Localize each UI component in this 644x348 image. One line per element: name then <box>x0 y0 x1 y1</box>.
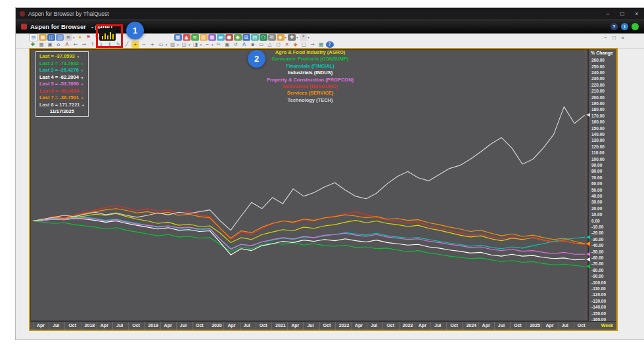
calendar-icon[interactable]: ▤ <box>251 34 259 41</box>
rectangle-tool-icon[interactable]: ▭ <box>258 41 265 48</box>
dropdown-caret-icon[interactable]: ▾ <box>73 35 75 39</box>
maximize-button[interactable]: □ <box>615 11 630 17</box>
dropdown-caret-icon[interactable]: ▾ <box>200 43 202 47</box>
app-icon <box>20 11 25 16</box>
legend-marker-icon: ◄ <box>80 96 83 100</box>
arrow-left-icon[interactable]: ← <box>72 41 80 48</box>
app-window: Aspen for Browser by ThaiQuest − □ × Asp… <box>16 8 644 339</box>
callout-tool-icon[interactable]: ▪ <box>249 41 257 48</box>
grid-icon[interactable]: ▦ <box>37 41 45 48</box>
mdi-window-controls: − □ × <box>601 35 627 41</box>
series-legend-item: Agro & Food Industry (AGRO) <box>179 49 442 56</box>
status-badge-icon <box>632 23 639 30</box>
crosshair-icon[interactable]: + <box>131 41 139 48</box>
candle-chart-icon[interactable]: ◫ <box>180 41 188 48</box>
dropdown-caret-icon[interactable]: ▾ <box>189 43 191 47</box>
add-icon[interactable]: ✚ <box>29 41 37 48</box>
panel-icon[interactable]: ▢ <box>300 41 308 48</box>
legend-marker-icon: ◄ <box>80 68 83 72</box>
font-icon[interactable]: A <box>63 41 71 48</box>
help-badge-icon[interactable]: ? <box>610 23 618 30</box>
new-document-icon[interactable]: ▤ <box>29 33 38 41</box>
alert-icon[interactable]: ● <box>225 34 233 41</box>
news-window-icon[interactable]: ≡ <box>191 34 199 41</box>
last-value-row: Last 5 = -53.7890 ◄ <box>39 81 85 88</box>
trend-line-icon[interactable]: ╱ <box>123 41 131 48</box>
delete-icon[interactable]: × <box>283 41 291 48</box>
save-all-icon[interactable]: ◫ <box>56 34 64 41</box>
settings-icon[interactable]: * <box>300 34 308 41</box>
help-icon[interactable]: ? <box>326 41 334 48</box>
series-legend-item: Financials (FINCIAL) <box>179 63 442 70</box>
calculator-icon[interactable]: ⊞ <box>242 34 250 41</box>
triangle-tool-icon[interactable]: △ <box>266 41 274 48</box>
undo-icon[interactable]: ↺ <box>232 41 240 48</box>
series-legend-item: Industrials (INDUS) <box>179 70 442 76</box>
series-legend: Agro & Food Industry (AGRO)Consumer Prod… <box>179 49 442 104</box>
cursor-date: 11/17/2025 <box>39 108 85 115</box>
world-icon[interactable]: ○ <box>260 34 267 41</box>
legend-marker-icon: ◄ <box>81 103 85 107</box>
legend-marker-icon: ◄ <box>80 76 83 79</box>
text-tool-icon[interactable]: A <box>241 41 248 48</box>
bar-chart-icon[interactable]: ▥ <box>169 41 177 48</box>
annotation-callout-1: 1 <box>126 22 144 39</box>
close-button[interactable]: × <box>630 11 644 17</box>
dropdown-caret-icon[interactable]: ▾ <box>166 43 168 47</box>
open-folder-icon[interactable]: ▦ <box>39 34 47 41</box>
dropdown-caret-icon[interactable]: ▾ <box>177 43 179 47</box>
portfolio-icon[interactable]: ◆ <box>234 34 242 41</box>
line-chart-icon[interactable]: ◨ <box>192 41 200 48</box>
layout-icon[interactable]: ▣ <box>46 41 54 48</box>
minimize-button[interactable]: − <box>601 11 615 17</box>
legend-marker-icon: ◄ <box>80 82 83 86</box>
arrow-right-icon[interactable]: → <box>80 41 88 48</box>
chart-window-icon[interactable]: ▲ <box>183 34 191 41</box>
mdi-restore-button[interactable]: □ <box>610 35 618 41</box>
series-line-TECH <box>33 107 585 230</box>
favorite-star-icon[interactable]: ★ <box>76 34 84 41</box>
last-value-row: Last 6 = -38.4034 ◄ <box>39 88 85 95</box>
desktop: Aspen for Browser by ThaiQuest − □ × Asp… <box>0 0 644 348</box>
chart-tool-icon[interactable] <box>99 28 116 41</box>
study-icon[interactable]: ~ <box>203 41 211 48</box>
bookmark-flag-icon[interactable]: ⚑ <box>85 34 93 41</box>
series-legend-item: Services (SERVICE) <box>179 90 442 97</box>
tools-icon[interactable]: ✚ <box>288 34 296 41</box>
home-icon[interactable]: ⌂ <box>55 41 62 48</box>
zoom-in-icon[interactable]: + <box>149 41 156 48</box>
print-icon[interactable]: ≡ <box>64 34 72 41</box>
flame-icon[interactable]: ◆ <box>292 41 300 48</box>
last-value-row: Last 3 = -26.4276 ◄ <box>39 67 85 74</box>
quote-grid-icon[interactable]: ▦ <box>174 34 182 41</box>
titlebar: Aspen for Browser by ThaiQuest − □ × <box>16 8 644 19</box>
save-icon[interactable]: ◫ <box>47 34 55 41</box>
chart-widget: % Change 260.00250.00240.00230.00220.002… <box>29 48 618 331</box>
mdi-minimize-button[interactable]: − <box>601 35 610 41</box>
option-board-icon[interactable]: ▥ <box>200 34 208 41</box>
dropdown-caret-icon[interactable]: ▾ <box>296 35 298 39</box>
info-badge-icon[interactable]: i <box>621 23 628 30</box>
bell-icon[interactable]: ◆ <box>277 34 285 41</box>
ticker-icon[interactable]: ▬ <box>217 34 225 41</box>
cut-icon[interactable]: ✂ <box>215 41 223 48</box>
copy-icon[interactable]: ▣ <box>223 41 231 48</box>
series-legend-item: Property & Construction (PROPCON) <box>179 77 442 83</box>
last-value-row: Last 7 = -36.7501 ◄ <box>39 95 85 102</box>
mdi-close-button[interactable]: × <box>618 35 627 41</box>
zoom-out-icon[interactable]: − <box>140 41 148 48</box>
export-icon[interactable]: → <box>309 41 317 48</box>
chart-type-icon[interactable]: ▭ <box>157 41 165 48</box>
mail-icon[interactable]: ✉ <box>268 34 276 41</box>
matrix-icon[interactable]: ▩ <box>208 34 216 41</box>
chart-plot-area[interactable]: % Change 260.00250.00240.00230.00220.002… <box>30 49 616 330</box>
table-icon[interactable]: ▦ <box>317 41 325 48</box>
ellipse-tool-icon[interactable]: ○ <box>275 41 283 48</box>
dropdown-caret-icon[interactable]: ▾ <box>285 35 287 39</box>
series-legend-item: Resources (RESOURC) <box>179 83 442 90</box>
aspen-logo-icon <box>21 24 27 30</box>
dropdown-caret-icon[interactable]: ▾ <box>308 35 310 39</box>
dropdown-caret-icon[interactable]: ▾ <box>212 43 214 47</box>
last-value-row: Last = -37.0593 ◄ <box>39 53 85 60</box>
last-value-row: Last 8 = 171.7221 ◄ <box>39 102 85 109</box>
